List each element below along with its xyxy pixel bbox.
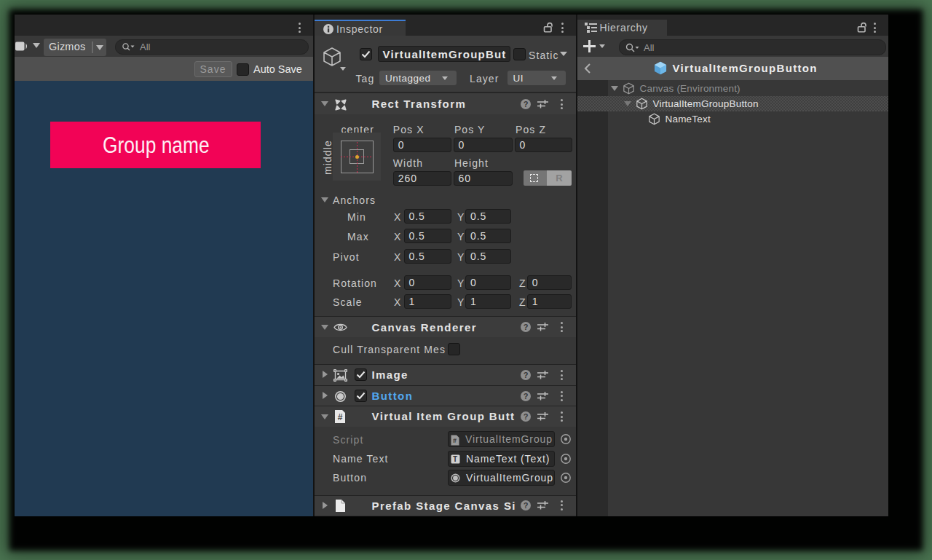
svg-text:T: T — [453, 455, 458, 463]
svg-text:#: # — [338, 412, 343, 422]
svg-text:#: # — [453, 437, 457, 444]
